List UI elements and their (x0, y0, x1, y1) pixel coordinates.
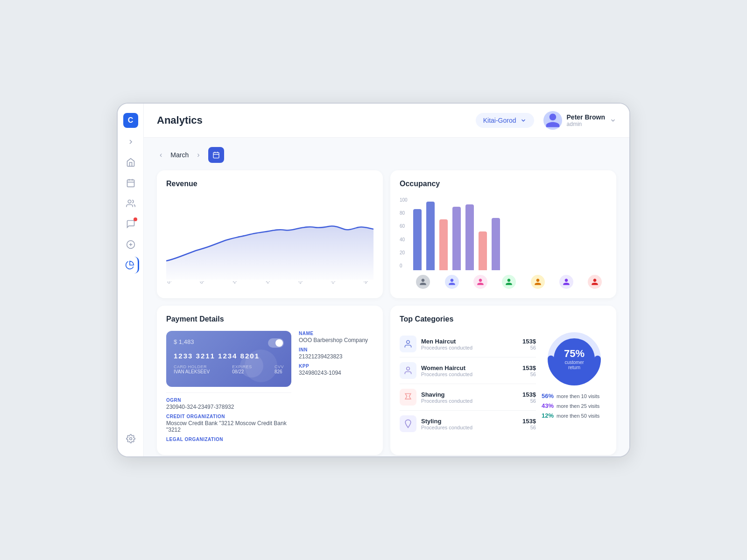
bar-pink-6 (479, 231, 487, 270)
svg-rect-0 (127, 180, 134, 187)
shaving-info: Shaving Procedures conducted (421, 391, 518, 404)
bar-group-3 (439, 219, 448, 270)
sidebar-item-calendar[interactable] (122, 175, 139, 191)
ogrn-row: OGRN 230940-324-23497-378932 (166, 398, 291, 410)
sidebar-item-settings[interactable] (122, 430, 139, 447)
staff-avatar-6 (559, 275, 573, 289)
stats-list: 56% more then 10 visits 43% more then 25… (542, 392, 607, 419)
inn-label: INN (299, 347, 374, 352)
ogrn-label: OGRN (166, 398, 291, 403)
svg-point-8 (129, 438, 132, 440)
staff-avatar-4 (502, 275, 516, 289)
page-title: Analytics (157, 114, 203, 126)
bar-group-1 (413, 209, 422, 270)
category-women-haircut: Women Haircut Procedures conducted 153$ … (400, 357, 536, 384)
main-content: Analytics Kitai-Gorod Peter Brown admin (144, 104, 629, 456)
bar-group-2 (426, 202, 435, 270)
revenue-card: Revenue (157, 170, 383, 298)
styling-count: 56 (522, 425, 536, 430)
kpp-row: KPP 324980243-1094 (299, 364, 374, 376)
men-haircut-sub: Procedures conducted (421, 345, 518, 350)
next-month-button[interactable]: › (194, 150, 202, 160)
month-nav: ‹ March › (157, 147, 616, 163)
logo: C (123, 113, 138, 128)
women-haircut-info: Women Haircut Procedures conducted (421, 364, 518, 377)
women-haircut-icon (400, 362, 416, 379)
revenue-chart (166, 196, 374, 280)
y-label-0: 0 (400, 263, 408, 268)
styling-stats: 153$ 56 (522, 418, 536, 430)
bar-purple-5 (465, 204, 474, 270)
women-haircut-stats: 153$ 56 (522, 364, 536, 377)
legal-org-row: LEGAL ORGANIZATION (166, 437, 291, 442)
stat-desc-2: more then 25 visits (557, 403, 599, 409)
category-men-haircut: Men Haircut Procedures conducted 153$ 56 (400, 331, 536, 357)
shaving-stats: 153$ 56 (522, 391, 536, 404)
bar-group-5 (465, 204, 474, 270)
women-haircut-amount: 153$ (522, 364, 536, 371)
inn-value: 21321239423823 (299, 353, 374, 360)
dashboard-grid: Revenue (157, 170, 616, 455)
styling-amount: 153$ (522, 418, 536, 425)
bar-purple-4 (452, 207, 461, 270)
men-haircut-amount: 153$ (522, 338, 536, 345)
payment-title: Payment Details (166, 315, 374, 323)
card-toggle[interactable] (268, 338, 284, 348)
user-name: Peter Brown (567, 113, 605, 121)
credit-org-row: CREDIT ORGANIZATION Moscow Credit Bank "… (166, 414, 291, 433)
legal-org-label: LEGAL ORGANIZATION (166, 437, 291, 442)
y-label-40: 40 (400, 237, 408, 242)
staff-avatar-2 (445, 275, 459, 289)
category-shaving: Shaving Procedures conducted 153$ 56 (400, 384, 536, 411)
svg-point-13 (407, 341, 410, 344)
category-styling: Styling Procedures conducted 153$ 56 (400, 411, 536, 437)
sidebar-item-billing[interactable] (122, 236, 139, 253)
sidebar-item-home[interactable] (122, 154, 139, 171)
women-haircut-count: 56 (522, 371, 536, 377)
bar-blue-2 (426, 202, 435, 270)
shaving-sub: Procedures conducted (421, 398, 518, 404)
inn-row: INN 21321239423823 (299, 347, 374, 360)
donut-chart: 75% customer return (546, 331, 602, 387)
card-holder: IVAN ALEKSEEV (174, 369, 210, 374)
styling-sub: Procedures conducted (421, 425, 518, 430)
svg-rect-9 (213, 153, 219, 158)
prev-month-button[interactable]: ‹ (157, 150, 165, 160)
bar-group-6 (479, 231, 487, 270)
expand-icon[interactable] (124, 135, 137, 148)
user-role: admin (567, 121, 605, 127)
staff-avatar-1 (416, 275, 430, 289)
stat-percent-3: 12% (542, 412, 554, 419)
ogrn-value: 230940-324-23497-378932 (166, 404, 291, 410)
bar-chart (411, 196, 607, 270)
kpp-value: 324980243-1094 (299, 370, 374, 376)
stat-percent-2: 43% (542, 402, 554, 409)
header: Analytics Kitai-Gorod Peter Brown admin (144, 104, 629, 138)
y-label-100: 100 (400, 197, 408, 203)
bar-pink-3 (439, 219, 448, 270)
men-haircut-icon (400, 336, 416, 352)
sidebar-item-messages[interactable] (122, 216, 139, 232)
staff-avatar-5 (531, 275, 545, 289)
revenue-title: Revenue (166, 180, 374, 188)
credit-org-label: CREDIT ORGANIZATION (166, 414, 291, 419)
donut-percent: 75% (564, 348, 585, 360)
shaving-count: 56 (522, 398, 536, 404)
calendar-button[interactable] (208, 147, 224, 163)
toggle-knob (275, 339, 283, 347)
location-selector[interactable]: Kitai-Gorod (476, 113, 534, 128)
name-value: OOO Barbershop Company (299, 337, 374, 343)
donut-text-2: return (564, 365, 585, 370)
y-label-80: 80 (400, 210, 408, 216)
bar-purple-7 (492, 218, 500, 270)
staff-avatar-7 (588, 275, 602, 289)
sidebar-item-users[interactable] (122, 195, 139, 212)
sidebar-item-analytics[interactable] (122, 257, 139, 273)
svg-point-4 (128, 200, 131, 203)
chevron-down-icon (520, 117, 527, 124)
svg-point-14 (407, 367, 410, 371)
user-profile[interactable]: Peter Brown admin (543, 111, 616, 130)
avatar (543, 111, 562, 130)
stat-desc-3: more then 50 visits (557, 413, 599, 419)
header-right: Kitai-Gorod Peter Brown admin (476, 111, 616, 130)
